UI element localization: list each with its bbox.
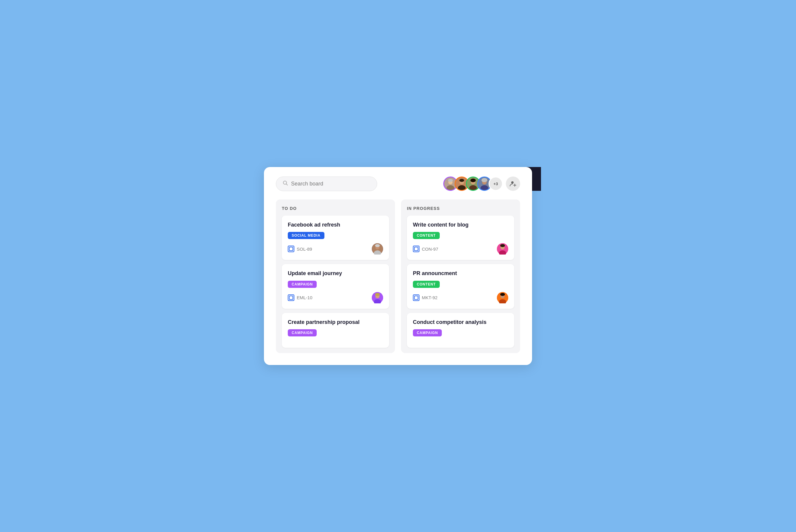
svg-point-21: [481, 178, 487, 182]
ticket-icon: [288, 294, 294, 301]
card-tag: CAMPAIGN: [288, 281, 317, 288]
ticket-id-text: CON-97: [422, 247, 438, 251]
todo-cards: Facebook ad refresh SOCIAL MEDIA SOL-89: [282, 215, 389, 348]
card-tag: CONTENT: [413, 232, 440, 239]
card-blog-content[interactable]: Write content for blog CONTENT CON-97: [407, 215, 514, 260]
card-pr-announcement[interactable]: PR announcment CONTENT MKT-92: [407, 264, 514, 308]
svg-line-1: [286, 184, 288, 185]
card-footer: CON-97: [413, 243, 508, 254]
card-id: MKT-92: [413, 294, 438, 301]
ticket-id-text: SOL-89: [297, 247, 312, 251]
svg-point-36: [500, 244, 505, 247]
in-progress-cards: Write content for blog CONTENT CON-97: [407, 215, 514, 348]
card-tag: CONTENT: [413, 281, 440, 288]
ticket-icon: [288, 246, 294, 252]
card-footer: MKT-92: [413, 292, 508, 303]
card-title: Update email journey: [288, 270, 383, 277]
card-footer: EML-10: [288, 292, 383, 303]
board-columns: TO DO Facebook ad refresh SOCIAL MEDIA S…: [276, 200, 520, 353]
card-facebook-ad[interactable]: Facebook ad refresh SOCIAL MEDIA SOL-89: [282, 215, 389, 260]
search-icon: [283, 180, 288, 187]
ticket-icon: [413, 246, 420, 252]
assignee-avatar: [372, 243, 383, 254]
card-title: Facebook ad refresh: [288, 222, 383, 228]
avatar-extra-count: +3: [488, 176, 503, 191]
card-tag: CAMPAIGN: [288, 329, 317, 337]
ticket-id-text: MKT-92: [422, 295, 438, 300]
assignee-avatar: [372, 292, 383, 303]
svg-point-16: [470, 178, 476, 182]
svg-point-28: [375, 244, 380, 247]
ticket-id-text: EML-10: [297, 295, 313, 300]
column-in-progress-title: IN PROGRESS: [407, 206, 514, 211]
svg-point-40: [500, 293, 505, 296]
card-title: PR announcment: [413, 270, 508, 277]
add-member-button[interactable]: [506, 176, 520, 191]
svg-point-22: [511, 181, 514, 184]
column-in-progress: IN PROGRESS Write content for blog CONTE…: [401, 200, 520, 353]
card-tag: SOCIAL MEDIA: [288, 232, 325, 239]
card-footer: SOL-89: [288, 243, 383, 254]
card-title: Write content for blog: [413, 222, 508, 228]
card-id: EML-10: [288, 294, 313, 301]
board-container: +3 TO DO Facebook ad refresh SOCIA: [264, 167, 532, 365]
card-id: SOL-89: [288, 246, 312, 252]
avatars-group: +3: [443, 176, 503, 191]
card-title: Conduct competitor analysis: [413, 319, 508, 326]
column-todo-title: TO DO: [282, 206, 389, 211]
svg-point-6: [448, 179, 453, 182]
search-input[interactable]: [291, 181, 370, 187]
ticket-icon: [413, 294, 420, 301]
card-email-journey[interactable]: Update email journey CAMPAIGN EML-10: [282, 264, 389, 308]
card-tag: CAMPAIGN: [413, 329, 442, 337]
assignee-avatar: [497, 243, 508, 254]
search-bar[interactable]: [276, 176, 377, 191]
card-title: Create partnership proposal: [288, 319, 383, 326]
assignee-avatar: [497, 292, 508, 303]
column-todo: TO DO Facebook ad refresh SOCIAL MEDIA S…: [276, 200, 395, 353]
card-partnership[interactable]: Create partnership proposal CAMPAIGN: [282, 313, 389, 348]
board-header: +3: [276, 176, 520, 191]
svg-point-11: [459, 179, 464, 182]
add-member-icon: [510, 180, 517, 187]
card-id: CON-97: [413, 246, 438, 252]
svg-point-32: [375, 293, 380, 296]
card-competitor-analysis[interactable]: Conduct competitor analysis CAMPAIGN: [407, 313, 514, 348]
